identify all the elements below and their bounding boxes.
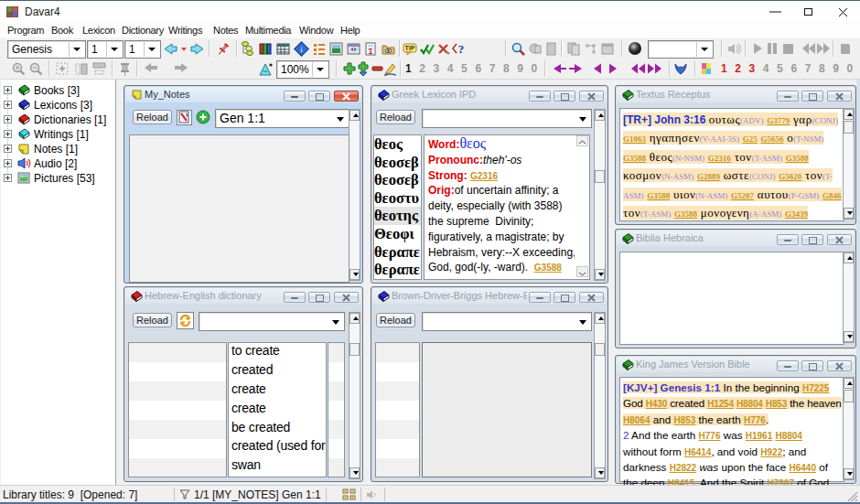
svg-text:1: 1 [368, 47, 372, 56]
svg-text:?: ? [458, 42, 465, 56]
svg-text:TIP: TIP [405, 45, 415, 51]
